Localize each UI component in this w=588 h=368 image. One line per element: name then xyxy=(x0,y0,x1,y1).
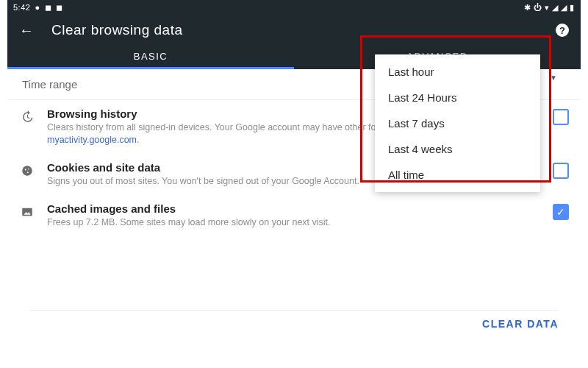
checkbox[interactable] xyxy=(553,109,569,125)
svg-point-2 xyxy=(28,169,29,170)
dropdown-option[interactable]: Last hour xyxy=(375,59,540,85)
cookie-icon xyxy=(19,163,35,179)
page-title: Clear browsing data xyxy=(51,22,538,38)
time-range-dropdown: Last hour Last 24 Hours Last 7 days Last… xyxy=(375,54,540,192)
dropdown-option[interactable]: Last 24 Hours xyxy=(375,85,540,110)
help-icon[interactable]: ? xyxy=(556,24,569,37)
checkbox[interactable] xyxy=(553,163,569,179)
svg-point-0 xyxy=(22,166,32,176)
image-icon xyxy=(19,204,35,220)
notification-icon: ◼ xyxy=(56,3,63,13)
dropdown-option[interactable]: Last 7 days xyxy=(375,110,540,136)
dropdown-option[interactable]: All time xyxy=(375,162,540,188)
back-icon[interactable]: ← xyxy=(19,22,34,39)
myactivity-link[interactable]: myactivity.google.com xyxy=(47,135,137,145)
svg-point-1 xyxy=(25,169,26,170)
status-time: 5:42 xyxy=(13,3,30,12)
status-bar: 5:42 ● ◼ ◼ ✱ ⏻ ▾ ◢ ◢ ▮ xyxy=(7,0,581,15)
item-title: Cached images and files xyxy=(47,202,541,215)
checkbox[interactable]: ✓ xyxy=(553,204,569,220)
notification-icon: ● xyxy=(35,3,40,12)
clear-data-button[interactable]: CLEAR DATA xyxy=(482,318,559,330)
item-subtitle: Frees up 7.2 MB. Some sites may load mor… xyxy=(47,216,541,229)
svg-point-3 xyxy=(27,171,29,173)
item-cached[interactable]: Cached images and files Frees up 7.2 MB.… xyxy=(7,195,581,236)
notification-icon: ◼ xyxy=(45,3,52,13)
tab-basic[interactable]: BASIC xyxy=(7,46,294,69)
footer: CLEAR DATA xyxy=(29,310,559,337)
status-right-icons: ✱ ⏻ ▾ ◢ ◢ ▮ xyxy=(524,3,575,13)
history-icon xyxy=(19,109,35,125)
chevron-down-icon: ▼ xyxy=(550,74,557,82)
app-bar: ← Clear browsing data ? xyxy=(7,15,581,46)
dropdown-option[interactable]: Last 4 weeks xyxy=(375,136,540,162)
time-range-label: Time range xyxy=(22,78,77,91)
